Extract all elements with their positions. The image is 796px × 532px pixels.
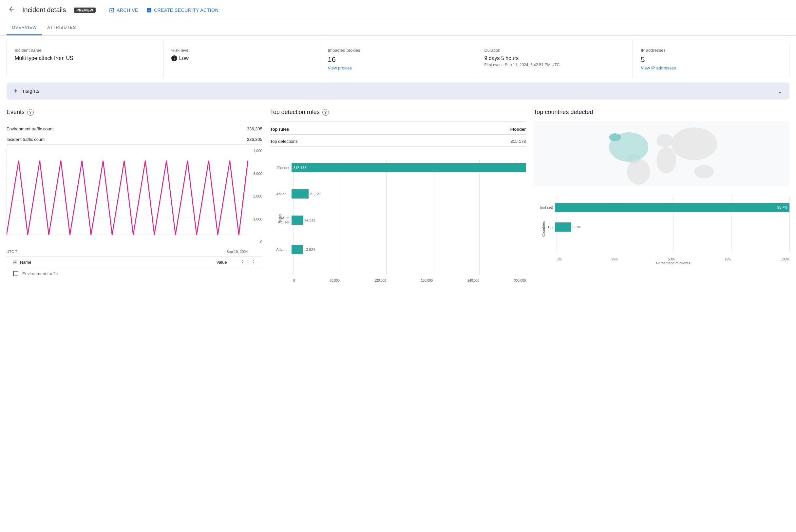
grid-icon: ⊞ [13, 259, 17, 265]
advan2-label: Advan... [270, 248, 291, 252]
country-x-25: 25% [611, 258, 618, 261]
header-actions: ARCHIVE CREATE SECURITY ACTION [109, 7, 219, 13]
sort-icon[interactable]: ⋮⋮⋮ [240, 259, 256, 265]
detection-rules-data-row: Top detections 315,178 [270, 136, 526, 147]
duration-value: 9 days 5 hours [484, 55, 625, 61]
insights-sparkle-icon: ✦ [13, 88, 18, 95]
country-x-75: 75% [725, 258, 731, 261]
preview-badge: PREVIEW [74, 7, 96, 13]
svg-point-13 [695, 165, 714, 178]
back-button[interactable] [6, 4, 17, 16]
impacted-proxies-label: Impacted proxies [328, 48, 469, 53]
flooder-bar-value: 315,178 [293, 166, 307, 170]
incident-name-value: Multi type attack from US [15, 55, 155, 61]
y-label-0: 0 [249, 240, 262, 244]
summary-card: Incident name Multi type attack from US … [6, 41, 790, 77]
duration-section: Duration 9 days 5 hours First event: Sep… [476, 41, 633, 77]
incident-traffic-value: 336,305 [247, 137, 262, 142]
detection-rules-table-header: Top rules Flooder [270, 124, 526, 135]
x-label-utc: UTC-7 [6, 250, 17, 253]
insights-left: ✦ Insights [13, 88, 39, 95]
name-col-header: Name [20, 260, 216, 265]
x-label-sep19: Sep 19, 2024 [226, 250, 248, 253]
advan2-bar: 13,924 [291, 245, 303, 254]
row-checkbox[interactable] [13, 271, 18, 276]
top-rules-col: Top rules [270, 127, 289, 132]
tab-attributes[interactable]: ATTRIBUTES [42, 20, 81, 35]
flooder-col: Flooder [510, 127, 526, 132]
x-label-180k: 180,000 [421, 279, 433, 282]
countries-x-labels: 0% 25% 50% 75% 100% [556, 258, 790, 261]
country-x-0: 0% [556, 258, 561, 261]
archive-label: ARCHIVE [117, 7, 138, 13]
incident-name-section: Incident name Multi type attack from US [7, 41, 164, 77]
create-security-action-button[interactable]: CREATE SECURITY ACTION [146, 7, 219, 13]
flooder-bar-row: Flooder 315,178 [270, 163, 526, 172]
view-proxies-link[interactable]: View proxies [328, 65, 352, 71]
x-label-120k: 120,000 [374, 279, 386, 282]
events-stats: Environment traffic count 336,305 Incide… [6, 121, 262, 145]
bottom-table-row: Environment traffic [6, 268, 262, 279]
rules-chart-inner: Flooder 315,178 Advan... 21,127 OAuthAbu… [293, 160, 526, 274]
svg-point-10 [657, 134, 673, 147]
events-card: Events ? Environment traffic count 336,3… [6, 109, 262, 279]
us-bar-row: US 6.3% [534, 223, 790, 232]
advan1-label: Advan... [270, 192, 291, 196]
not-set-bar-row: (not set) 93.7% [534, 203, 790, 212]
advan2-bar-row: Advan... 13,924 [270, 245, 526, 254]
x-label-0: 0 [293, 279, 295, 282]
create-security-action-label: CREATE SECURITY ACTION [154, 7, 219, 13]
oauth-bar-value: 14,211 [304, 218, 316, 222]
advan2-bar-value: 13,924 [304, 248, 315, 252]
svg-point-9 [627, 158, 650, 185]
env-traffic-label: Environment traffic count [6, 127, 54, 131]
impacted-proxies-section: Impacted proxies 16 View proxies [320, 41, 477, 77]
country-x-50: 50% [668, 258, 675, 261]
insights-label: Insights [21, 88, 39, 94]
y-label-1000: 1,000 [249, 217, 262, 221]
countries-x-axis-label: Percentage of events [556, 261, 790, 265]
events-line-chart: 0 1,000 2,000 3,000 4,000 UTC-7 Sep 19, … [6, 149, 262, 253]
row-name: Environment traffic [22, 271, 256, 276]
first-event-label: First event: Sep 11, 2024, 5:42:51 PM UT… [484, 62, 625, 67]
svg-point-12 [671, 128, 717, 160]
detection-rules-title: Top detection rules ? [270, 109, 526, 116]
env-traffic-row: Environment traffic count 336,305 [6, 124, 262, 134]
top-detections-value: 315,178 [510, 139, 526, 144]
risk-info-icon: i [171, 55, 177, 61]
risk-level-section: Risk level i Low [164, 41, 320, 77]
top-detections-label: Top detections [270, 139, 298, 144]
incident-traffic-row: Incident traffic count 336,305 [6, 134, 262, 145]
countries-chart-inner: (not set) 93.7% US 6.3% 0% 25% 50% [556, 196, 790, 252]
header: Incident details PREVIEW ARCHIVE CREATE … [0, 0, 796, 20]
flooder-label: Flooder [270, 166, 291, 170]
detection-rules-help-icon[interactable]: ? [322, 109, 329, 116]
insights-bar[interactable]: ✦ Insights ⌄ [6, 82, 790, 100]
ip-addresses-section: IP addresses 5 View IP addresses [633, 41, 789, 77]
svg-point-14 [609, 133, 621, 141]
incident-name-label: Incident name [15, 48, 155, 53]
bottom-table-header: ⊞ Name Value ⋮⋮⋮ [6, 256, 262, 268]
impacted-proxies-value: 16 [328, 55, 469, 64]
events-help-icon[interactable]: ? [27, 109, 34, 116]
archive-icon [109, 7, 115, 13]
tabs: OVERVIEW ATTRIBUTES [0, 20, 796, 36]
world-map [534, 121, 790, 186]
ip-addresses-label: IP addresses [641, 48, 781, 53]
x-label-300k: 300,000 [514, 279, 526, 282]
value-col-header: Value [216, 260, 227, 265]
country-x-100: 100% [781, 258, 790, 261]
archive-button[interactable]: ARCHIVE [109, 7, 138, 13]
tab-overview[interactable]: OVERVIEW [6, 20, 42, 35]
view-ip-addresses-link[interactable]: View IP addresses [641, 65, 676, 71]
risk-level-value: Low [179, 55, 189, 61]
chevron-down-icon: ⌄ [777, 87, 783, 95]
x-label-60k: 60,000 [329, 279, 340, 282]
incident-traffic-label: Incident traffic count [6, 137, 44, 142]
not-set-bar-value: 93.7% [777, 205, 788, 209]
ip-addresses-value: 5 [641, 55, 781, 64]
advan1-bar-value: 21,127 [310, 192, 321, 196]
duration-label: Duration [484, 48, 625, 53]
oauth-bar-row: OAuthAbuser 14,211 [270, 215, 526, 225]
advan1-bar: 21,127 [291, 189, 308, 198]
